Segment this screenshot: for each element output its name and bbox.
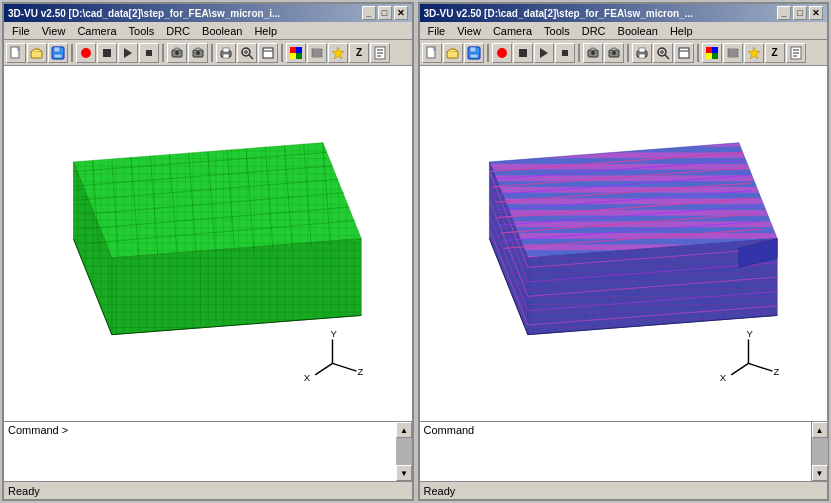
- left-maximize-btn[interactable]: □: [378, 6, 392, 20]
- right-maximize-btn[interactable]: □: [793, 6, 807, 20]
- left-menu-boolean[interactable]: Boolean: [196, 24, 248, 38]
- right-command-input-area[interactable]: Command: [420, 422, 812, 481]
- tb-color1[interactable]: [286, 43, 306, 63]
- right-status-bar: Ready: [420, 481, 828, 499]
- rtb-black-square[interactable]: [513, 43, 533, 63]
- rtb-play[interactable]: [534, 43, 554, 63]
- left-menu-bar: File View Camera Tools DRC Boolean Help: [4, 22, 412, 40]
- rtb-doc[interactable]: [786, 43, 806, 63]
- rtb-save[interactable]: [464, 43, 484, 63]
- tb-camera2[interactable]: [188, 43, 208, 63]
- rtb-layers[interactable]: [723, 43, 743, 63]
- left-viewport[interactable]: Z Y X: [4, 66, 412, 421]
- tb-doc[interactable]: [370, 43, 390, 63]
- left-toolbar: Z: [4, 40, 412, 66]
- tb-new[interactable]: [6, 43, 26, 63]
- tb-small-square[interactable]: [139, 43, 159, 63]
- rtb-color1[interactable]: [702, 43, 722, 63]
- svg-text:Y: Y: [331, 328, 338, 339]
- svg-rect-74: [470, 54, 478, 58]
- svg-point-80: [591, 51, 595, 55]
- svg-rect-98: [728, 55, 738, 57]
- tb-open[interactable]: [27, 43, 47, 63]
- right-menu-help[interactable]: Help: [664, 24, 699, 38]
- tb-red-dot[interactable]: [76, 43, 96, 63]
- left-close-btn[interactable]: ✕: [394, 6, 408, 20]
- right-menu-tools[interactable]: Tools: [538, 24, 576, 38]
- right-menu-view[interactable]: View: [451, 24, 487, 38]
- tb-layers[interactable]: [307, 43, 327, 63]
- left-menu-tools[interactable]: Tools: [123, 24, 161, 38]
- svg-rect-90: [679, 48, 689, 58]
- right-close-btn[interactable]: ✕: [809, 6, 823, 20]
- rtb-zoom[interactable]: [653, 43, 673, 63]
- svg-rect-1: [31, 51, 42, 58]
- tb-zoom[interactable]: [237, 43, 257, 63]
- svg-rect-84: [639, 48, 645, 52]
- svg-rect-95: [712, 53, 718, 59]
- svg-rect-93: [712, 47, 718, 53]
- rtb-star[interactable]: [744, 43, 764, 63]
- tb-z-label[interactable]: Z: [349, 43, 369, 63]
- tb-star[interactable]: [328, 43, 348, 63]
- svg-rect-94: [706, 53, 712, 59]
- tb-play[interactable]: [118, 43, 138, 63]
- rtb-small-square[interactable]: [555, 43, 575, 63]
- rtb-camera1[interactable]: [583, 43, 603, 63]
- tb-sep-2: [162, 44, 164, 62]
- svg-marker-77: [540, 48, 548, 58]
- svg-marker-29: [332, 47, 344, 59]
- right-scroll-track[interactable]: [812, 438, 828, 465]
- left-menu-camera[interactable]: Camera: [71, 24, 122, 38]
- right-viewport[interactable]: Z Y X: [420, 66, 828, 421]
- left-command-scrollbar: ▲ ▼: [396, 422, 412, 481]
- svg-rect-97: [728, 52, 738, 54]
- left-menu-help[interactable]: Help: [248, 24, 283, 38]
- svg-rect-27: [312, 52, 322, 54]
- tb-sep-1: [71, 44, 73, 62]
- right-command-scrollbar: ▲ ▼: [811, 422, 827, 481]
- left-command-input-area[interactable]: Command >: [4, 422, 396, 481]
- svg-rect-28: [312, 55, 322, 57]
- right-menu-file[interactable]: File: [422, 24, 452, 38]
- right-command-container: Command ▲ ▼: [420, 422, 828, 481]
- svg-rect-8: [146, 50, 152, 56]
- rtb-red-dot[interactable]: [492, 43, 512, 63]
- left-scroll-up-btn[interactable]: ▲: [396, 422, 412, 438]
- rtb-camera2[interactable]: [604, 43, 624, 63]
- rtb-new[interactable]: [422, 43, 442, 63]
- right-menu-boolean[interactable]: Boolean: [612, 24, 664, 38]
- tb-camera1[interactable]: [167, 43, 187, 63]
- right-toolbar: Z: [420, 40, 828, 66]
- left-scroll-down-btn[interactable]: ▼: [396, 465, 412, 481]
- left-menu-view[interactable]: View: [36, 24, 72, 38]
- svg-rect-22: [290, 47, 296, 53]
- rtb-print[interactable]: [632, 43, 652, 63]
- left-scroll-track[interactable]: [396, 438, 412, 465]
- rtb-clip[interactable]: [674, 43, 694, 63]
- right-menu-drc[interactable]: DRC: [576, 24, 612, 38]
- tb-sep-3: [211, 44, 213, 62]
- rtb-sep-4: [697, 44, 699, 62]
- right-status-text: Ready: [424, 485, 456, 497]
- left-window: 3D-VU v2.50 [D:\cad_data[2]\step_for_FEA…: [2, 2, 414, 501]
- left-menu-drc[interactable]: DRC: [160, 24, 196, 38]
- right-scroll-up-btn[interactable]: ▲: [812, 422, 828, 438]
- right-command-label: Command: [420, 422, 812, 438]
- tb-clip[interactable]: [258, 43, 278, 63]
- tb-black-square[interactable]: [97, 43, 117, 63]
- right-window-controls: _ □ ✕: [777, 6, 823, 20]
- rtb-z-label[interactable]: Z: [765, 43, 785, 63]
- left-menu-file[interactable]: File: [6, 24, 36, 38]
- tb-save[interactable]: [48, 43, 68, 63]
- svg-line-87: [665, 55, 669, 59]
- right-menu-camera[interactable]: Camera: [487, 24, 538, 38]
- right-minimize-btn[interactable]: _: [777, 6, 791, 20]
- right-scroll-down-btn[interactable]: ▼: [812, 465, 828, 481]
- svg-marker-7: [124, 48, 132, 58]
- rtb-open[interactable]: [443, 43, 463, 63]
- tb-print[interactable]: [216, 43, 236, 63]
- svg-line-141: [731, 363, 748, 375]
- svg-point-75: [497, 48, 507, 58]
- left-minimize-btn[interactable]: _: [362, 6, 376, 20]
